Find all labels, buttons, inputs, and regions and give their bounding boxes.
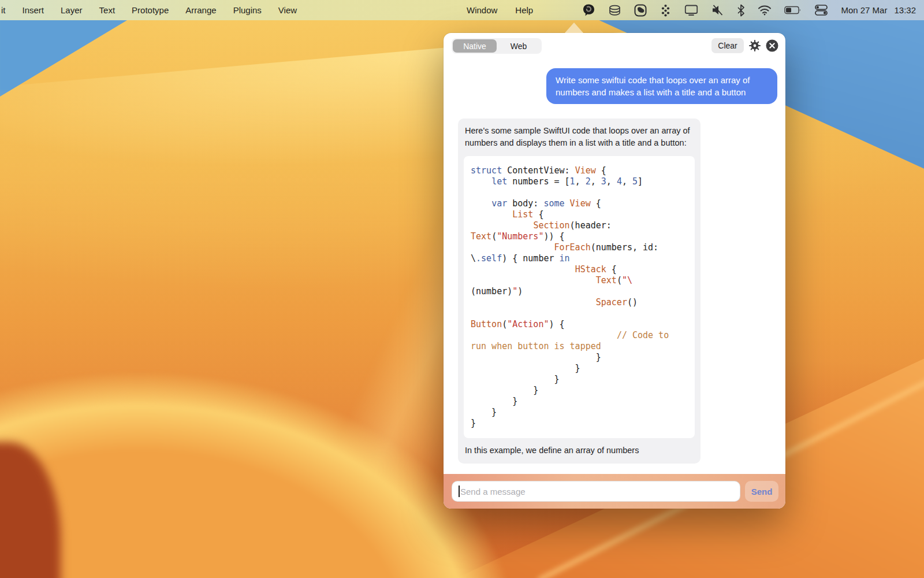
app-menus: itInsertLayerTextPrototypeArrangePlugins… [0,5,297,15]
code-line: } [471,407,690,418]
code-line: } [471,352,690,363]
send-button[interactable]: Send [745,481,778,502]
code-line: } [471,396,690,407]
code-line: HStack { [471,264,690,275]
shape-tool-icon[interactable] [634,4,647,17]
menu-bar: itInsertLayerTextPrototypeArrangePlugins… [0,0,924,20]
display-icon[interactable] [684,4,698,16]
chat-transcript: Write some swiftui code that loops over … [444,58,785,474]
assistant-outro-text: In this example, we define an array of n… [464,444,695,457]
menu-item-insert[interactable]: Insert [23,5,44,15]
code-line: } [471,418,690,429]
menu-item-help[interactable]: Help [515,5,533,15]
message-input[interactable] [452,481,740,502]
code-line: ForEach(numbers, id: [471,242,690,253]
message-composer: Send [444,474,785,509]
bluetooth-icon[interactable] [737,4,745,17]
battery-icon[interactable] [784,6,802,14]
assistant-intro-text: Here's some sample SwiftUI code that loo… [464,125,695,149]
code-line: run when button is tapped [471,341,690,352]
menu-item-layer[interactable]: Layer [61,5,83,15]
code-line: List { [471,209,690,220]
code-line: var body: some View { [471,198,690,209]
clock-date: Mon 27 Mar [841,5,887,15]
code-line: let numbers = [1, 2, 3, 4, 5] [471,176,690,187]
clear-button[interactable]: Clear [711,38,744,53]
mode-segmented-control: Native Web [452,38,542,54]
popover-header: Native Web Clear [444,33,785,58]
code-line: Section(header: [471,220,690,231]
settings-gear-icon[interactable] [748,39,761,52]
menu-item-prototype[interactable]: Prototype [132,5,169,15]
tab-native[interactable]: Native [453,39,497,53]
code-line: // Code to [471,330,690,341]
code-line: } [471,385,690,396]
clock-time: 13:32 [894,5,916,15]
menu-item-plugins[interactable]: Plugins [233,5,262,15]
popover-arrow [565,23,583,33]
window-help-menus: WindowHelp [467,0,533,20]
control-center-icon[interactable] [814,4,828,16]
menu-item-view[interactable]: View [278,5,297,15]
code-line: Text("\ [471,275,690,286]
menu-bar-clock[interactable]: Mon 27 Mar 13:32 [841,5,916,15]
code-line: struct ContentView: View { [471,165,690,176]
code-line: Button("Action") { [471,319,690,330]
wifi-icon[interactable] [758,5,772,16]
code-line: } [471,363,690,374]
menu-item-arrange[interactable]: Arrange [185,5,216,15]
code-line: (number)") [471,286,690,297]
volume-mute-icon[interactable] [711,4,724,16]
message-input-wrap [452,481,740,502]
menu-item-text[interactable]: Text [99,5,116,15]
code-line: Spacer() [471,297,690,308]
user-message-bubble: Write some swiftui code that loops over … [546,68,777,104]
code-line: Text("Numbers")) { [471,231,690,242]
tab-web[interactable]: Web [497,39,541,53]
text-cursor [459,486,460,497]
database-icon[interactable] [608,4,621,17]
menu-item-window[interactable]: Window [467,5,497,15]
code-line: \.self) { number in [471,253,690,264]
code-line: } [471,374,690,385]
dots-grid-icon[interactable] [660,4,672,17]
status-tray: Mon 27 Mar 13:32 [582,0,924,20]
menu-item-it[interactable]: it [1,5,6,15]
assistant-message: Here's some sample SwiftUI code that loo… [458,118,701,464]
swiftui-code-block: struct ContentView: View { let numbers =… [464,156,695,438]
assistant-app-icon[interactable] [582,3,595,17]
code-line [471,308,690,319]
close-icon[interactable] [766,39,778,52]
code-line [471,187,690,198]
assistant-popover: Native Web Clear [444,33,785,509]
